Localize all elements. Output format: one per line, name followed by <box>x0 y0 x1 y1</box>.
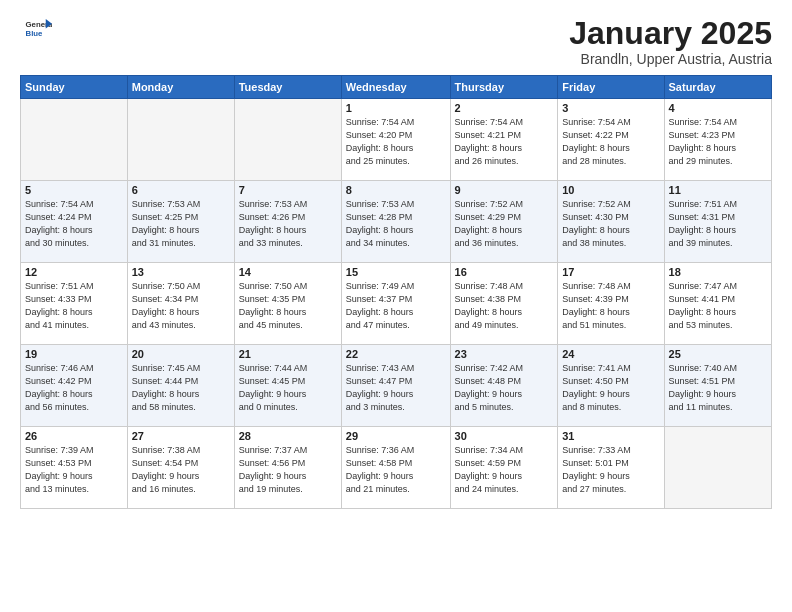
day-number: 20 <box>132 348 230 360</box>
table-row: 21Sunrise: 7:44 AM Sunset: 4:45 PM Dayli… <box>234 345 341 427</box>
day-number: 17 <box>562 266 659 278</box>
svg-text:Blue: Blue <box>26 29 44 38</box>
table-row: 1Sunrise: 7:54 AM Sunset: 4:20 PM Daylig… <box>341 99 450 181</box>
table-row <box>664 427 771 509</box>
day-number: 10 <box>562 184 659 196</box>
day-info: Sunrise: 7:50 AM Sunset: 4:35 PM Dayligh… <box>239 280 337 332</box>
day-number: 12 <box>25 266 123 278</box>
day-number: 1 <box>346 102 446 114</box>
day-info: Sunrise: 7:54 AM Sunset: 4:20 PM Dayligh… <box>346 116 446 168</box>
day-info: Sunrise: 7:53 AM Sunset: 4:28 PM Dayligh… <box>346 198 446 250</box>
day-number: 6 <box>132 184 230 196</box>
table-row: 6Sunrise: 7:53 AM Sunset: 4:25 PM Daylig… <box>127 181 234 263</box>
table-row: 27Sunrise: 7:38 AM Sunset: 4:54 PM Dayli… <box>127 427 234 509</box>
table-row: 28Sunrise: 7:37 AM Sunset: 4:56 PM Dayli… <box>234 427 341 509</box>
table-row: 5Sunrise: 7:54 AM Sunset: 4:24 PM Daylig… <box>21 181 128 263</box>
day-number: 28 <box>239 430 337 442</box>
day-number: 7 <box>239 184 337 196</box>
day-info: Sunrise: 7:53 AM Sunset: 4:26 PM Dayligh… <box>239 198 337 250</box>
day-info: Sunrise: 7:38 AM Sunset: 4:54 PM Dayligh… <box>132 444 230 496</box>
calendar-header-row: Sunday Monday Tuesday Wednesday Thursday… <box>21 76 772 99</box>
col-tuesday: Tuesday <box>234 76 341 99</box>
day-info: Sunrise: 7:53 AM Sunset: 4:25 PM Dayligh… <box>132 198 230 250</box>
day-info: Sunrise: 7:51 AM Sunset: 4:31 PM Dayligh… <box>669 198 767 250</box>
day-number: 22 <box>346 348 446 360</box>
day-info: Sunrise: 7:45 AM Sunset: 4:44 PM Dayligh… <box>132 362 230 414</box>
day-info: Sunrise: 7:52 AM Sunset: 4:29 PM Dayligh… <box>455 198 554 250</box>
day-number: 27 <box>132 430 230 442</box>
day-number: 2 <box>455 102 554 114</box>
col-sunday: Sunday <box>21 76 128 99</box>
col-saturday: Saturday <box>664 76 771 99</box>
day-info: Sunrise: 7:48 AM Sunset: 4:38 PM Dayligh… <box>455 280 554 332</box>
table-row: 25Sunrise: 7:40 AM Sunset: 4:51 PM Dayli… <box>664 345 771 427</box>
day-number: 29 <box>346 430 446 442</box>
day-number: 13 <box>132 266 230 278</box>
col-wednesday: Wednesday <box>341 76 450 99</box>
table-row: 19Sunrise: 7:46 AM Sunset: 4:42 PM Dayli… <box>21 345 128 427</box>
day-info: Sunrise: 7:47 AM Sunset: 4:41 PM Dayligh… <box>669 280 767 332</box>
day-info: Sunrise: 7:43 AM Sunset: 4:47 PM Dayligh… <box>346 362 446 414</box>
table-row <box>127 99 234 181</box>
table-row: 11Sunrise: 7:51 AM Sunset: 4:31 PM Dayli… <box>664 181 771 263</box>
month-title: January 2025 <box>569 16 772 51</box>
day-info: Sunrise: 7:48 AM Sunset: 4:39 PM Dayligh… <box>562 280 659 332</box>
day-info: Sunrise: 7:54 AM Sunset: 4:24 PM Dayligh… <box>25 198 123 250</box>
day-number: 24 <box>562 348 659 360</box>
table-row: 13Sunrise: 7:50 AM Sunset: 4:34 PM Dayli… <box>127 263 234 345</box>
table-row: 12Sunrise: 7:51 AM Sunset: 4:33 PM Dayli… <box>21 263 128 345</box>
day-info: Sunrise: 7:42 AM Sunset: 4:48 PM Dayligh… <box>455 362 554 414</box>
day-info: Sunrise: 7:37 AM Sunset: 4:56 PM Dayligh… <box>239 444 337 496</box>
table-row: 29Sunrise: 7:36 AM Sunset: 4:58 PM Dayli… <box>341 427 450 509</box>
table-row: 3Sunrise: 7:54 AM Sunset: 4:22 PM Daylig… <box>558 99 664 181</box>
day-info: Sunrise: 7:44 AM Sunset: 4:45 PM Dayligh… <box>239 362 337 414</box>
day-number: 16 <box>455 266 554 278</box>
day-number: 23 <box>455 348 554 360</box>
table-row: 15Sunrise: 7:49 AM Sunset: 4:37 PM Dayli… <box>341 263 450 345</box>
day-info: Sunrise: 7:51 AM Sunset: 4:33 PM Dayligh… <box>25 280 123 332</box>
logo: General Blue <box>20 16 52 44</box>
day-number: 11 <box>669 184 767 196</box>
day-info: Sunrise: 7:46 AM Sunset: 4:42 PM Dayligh… <box>25 362 123 414</box>
day-number: 18 <box>669 266 767 278</box>
day-number: 4 <box>669 102 767 114</box>
table-row: 31Sunrise: 7:33 AM Sunset: 5:01 PM Dayli… <box>558 427 664 509</box>
day-number: 21 <box>239 348 337 360</box>
day-number: 15 <box>346 266 446 278</box>
day-info: Sunrise: 7:34 AM Sunset: 4:59 PM Dayligh… <box>455 444 554 496</box>
table-row: 20Sunrise: 7:45 AM Sunset: 4:44 PM Dayli… <box>127 345 234 427</box>
table-row: 14Sunrise: 7:50 AM Sunset: 4:35 PM Dayli… <box>234 263 341 345</box>
day-info: Sunrise: 7:54 AM Sunset: 4:22 PM Dayligh… <box>562 116 659 168</box>
location-title: Brandln, Upper Austria, Austria <box>569 51 772 67</box>
day-number: 8 <box>346 184 446 196</box>
day-number: 31 <box>562 430 659 442</box>
day-info: Sunrise: 7:40 AM Sunset: 4:51 PM Dayligh… <box>669 362 767 414</box>
table-row: 8Sunrise: 7:53 AM Sunset: 4:28 PM Daylig… <box>341 181 450 263</box>
day-number: 5 <box>25 184 123 196</box>
table-row: 23Sunrise: 7:42 AM Sunset: 4:48 PM Dayli… <box>450 345 558 427</box>
title-block: January 2025 Brandln, Upper Austria, Aus… <box>569 16 772 67</box>
table-row <box>234 99 341 181</box>
day-number: 30 <box>455 430 554 442</box>
table-row: 30Sunrise: 7:34 AM Sunset: 4:59 PM Dayli… <box>450 427 558 509</box>
day-info: Sunrise: 7:33 AM Sunset: 5:01 PM Dayligh… <box>562 444 659 496</box>
day-number: 9 <box>455 184 554 196</box>
table-row: 7Sunrise: 7:53 AM Sunset: 4:26 PM Daylig… <box>234 181 341 263</box>
calendar: Sunday Monday Tuesday Wednesday Thursday… <box>20 75 772 509</box>
day-number: 14 <box>239 266 337 278</box>
table-row: 17Sunrise: 7:48 AM Sunset: 4:39 PM Dayli… <box>558 263 664 345</box>
day-number: 25 <box>669 348 767 360</box>
table-row: 18Sunrise: 7:47 AM Sunset: 4:41 PM Dayli… <box>664 263 771 345</box>
col-thursday: Thursday <box>450 76 558 99</box>
day-info: Sunrise: 7:54 AM Sunset: 4:21 PM Dayligh… <box>455 116 554 168</box>
day-info: Sunrise: 7:41 AM Sunset: 4:50 PM Dayligh… <box>562 362 659 414</box>
table-row: 10Sunrise: 7:52 AM Sunset: 4:30 PM Dayli… <box>558 181 664 263</box>
day-info: Sunrise: 7:39 AM Sunset: 4:53 PM Dayligh… <box>25 444 123 496</box>
table-row: 26Sunrise: 7:39 AM Sunset: 4:53 PM Dayli… <box>21 427 128 509</box>
table-row: 2Sunrise: 7:54 AM Sunset: 4:21 PM Daylig… <box>450 99 558 181</box>
col-monday: Monday <box>127 76 234 99</box>
day-info: Sunrise: 7:36 AM Sunset: 4:58 PM Dayligh… <box>346 444 446 496</box>
day-info: Sunrise: 7:54 AM Sunset: 4:23 PM Dayligh… <box>669 116 767 168</box>
table-row: 9Sunrise: 7:52 AM Sunset: 4:29 PM Daylig… <box>450 181 558 263</box>
table-row: 16Sunrise: 7:48 AM Sunset: 4:38 PM Dayli… <box>450 263 558 345</box>
